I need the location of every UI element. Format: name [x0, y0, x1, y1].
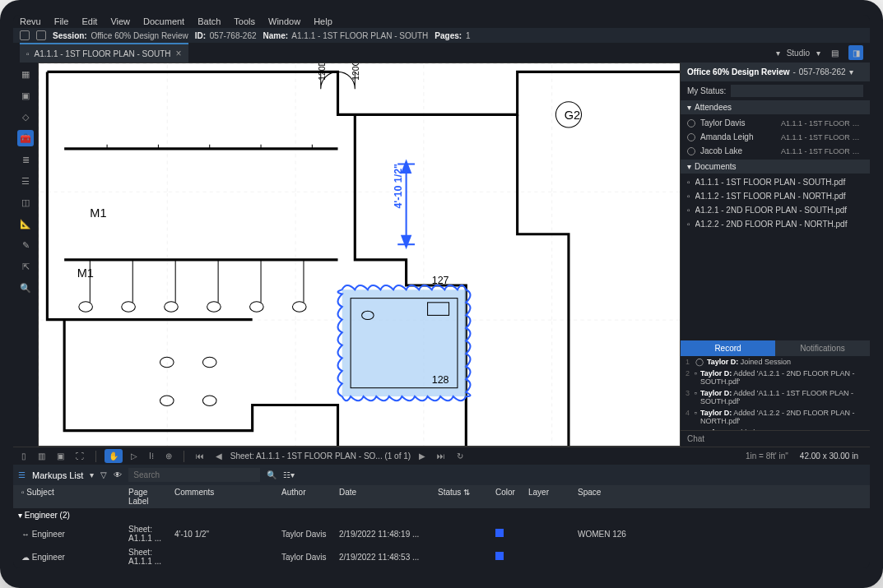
fit-page-icon[interactable]: ⛶ [72, 450, 87, 462]
tool-shapes-icon[interactable]: ◇ [17, 109, 34, 125]
two-page-icon[interactable]: ▣ [53, 450, 67, 462]
col-date[interactable]: Date [336, 488, 435, 506]
list-icon[interactable]: ☰ [18, 470, 26, 479]
chevron-down-icon[interactable]: ▾ [816, 49, 820, 58]
prev-page-icon[interactable]: ◀ [212, 450, 225, 462]
columns-icon[interactable]: ☷▾ [283, 470, 295, 479]
session-icon2 [36, 30, 46, 40]
studio-id: 057-768-262 [799, 67, 846, 76]
dimension-icon: ↔ [21, 530, 30, 539]
visibility-icon[interactable]: 👁 [114, 470, 122, 479]
chevron-down-icon[interactable]: ▾ [776, 49, 780, 58]
room-label-m1a: M1 [90, 206, 106, 220]
tool-properties-icon[interactable]: ☰ [17, 173, 34, 189]
markup-row[interactable]: ☁ Engineer Sheet: A1.1.1 ... Taylor Davi… [13, 545, 870, 568]
tab-record[interactable]: Record [681, 340, 775, 356]
split-view-icon[interactable]: ◨ [848, 45, 863, 60]
menu-document[interactable]: Document [143, 16, 184, 26]
menu-bar: Revu File Edit View Document Batch Tools… [13, 15, 870, 28]
next-page-icon[interactable]: ▶ [416, 450, 429, 462]
tool-measure-icon[interactable]: 📐 [17, 215, 34, 232]
filter-icon[interactable]: ▽ [100, 470, 107, 479]
attendee-item[interactable]: Amanda LeighA1.1.1 - 1ST FLOOR PLAN - SO [681, 130, 870, 144]
col-status[interactable]: Status ⇅ [435, 488, 492, 506]
coordinates-label: 42.00 x 30.00 in [793, 451, 865, 461]
documents-section-header[interactable]: ▾Documents [681, 160, 870, 174]
file-icon: ▫ [687, 192, 690, 201]
tool-signatures-icon[interactable]: ✎ [17, 237, 34, 253]
status-input[interactable] [731, 85, 863, 97]
person-icon [687, 147, 695, 155]
scale-label: 1in = 8ft' in" [746, 451, 788, 461]
col-page[interactable]: Page Label [125, 488, 171, 506]
person-icon: ◯ [695, 358, 704, 366]
tool-bookmarks-icon[interactable]: ◫ [17, 194, 34, 211]
menu-view[interactable]: View [110, 16, 130, 26]
col-layer[interactable]: Layer [525, 488, 574, 506]
document-item[interactable]: ▫A1.2.1 - 2ND FLOOR PLAN - SOUTH.pdf [681, 203, 870, 217]
markup-group[interactable]: ▾ Engineer (2) [13, 508, 870, 522]
attendees-section-header[interactable]: ▾Attendees [681, 100, 870, 114]
continuous-icon[interactable]: ▥ [35, 450, 49, 462]
session-doc-label: Name: [263, 31, 289, 40]
tool-links-icon[interactable]: ⇱ [17, 258, 34, 275]
pan-tool-icon[interactable]: ✋ [105, 449, 123, 463]
chevron-down-icon[interactable]: ▾ [849, 67, 853, 76]
tool-grid-icon[interactable]: ▦ [17, 66, 34, 82]
select-tool-icon[interactable]: ▷ [128, 450, 141, 462]
room-label-g2: G2 [565, 109, 580, 122]
chevron-down-icon[interactable]: ▾ [90, 470, 94, 479]
col-space[interactable]: Space [574, 488, 640, 506]
log-item: 2▫Taylor D: Added 'A1.2.1 - 2ND FLOOR PL… [681, 368, 870, 387]
cloud-markup[interactable] [338, 285, 471, 400]
document-item[interactable]: ▫A1.1.2 - 1ST FLOOR PLAN - NORTH.pdf [681, 189, 870, 203]
attendee-item[interactable]: Taylor DavisA1.1.1 - 1ST FLOOR PLAN - SO [681, 116, 870, 130]
col-color[interactable]: Color [492, 488, 525, 506]
chevron-down-icon: ▾ [687, 103, 691, 112]
menu-window[interactable]: Window [268, 16, 300, 26]
document-item[interactable]: ▫A1.1.1 - 1ST FLOOR PLAN - SOUTH.pdf [681, 175, 870, 189]
menu-tools[interactable]: Tools [234, 16, 255, 26]
single-page-icon[interactable]: ▯ [18, 450, 30, 462]
tab-notifications[interactable]: Notifications [775, 340, 870, 356]
log-item: 4▫Taylor D: Added 'A1.2.2 - 2ND FLOOR PL… [681, 407, 870, 427]
search-input[interactable] [128, 468, 260, 482]
markup-row[interactable]: ↔ Engineer Sheet: A1.1.1 ... 4'-10 1/2" … [13, 522, 870, 545]
room-label-128: 128 [432, 374, 449, 386]
status-row: My Status: [681, 81, 870, 100]
document-tab[interactable]: ▫ A1.1.1 - 1ST FLOOR PLAN - SOUTH × [20, 43, 188, 63]
doc-icon: ▫ [26, 49, 30, 58]
menu-revu[interactable]: Revu [20, 16, 41, 26]
menu-file[interactable]: File [54, 16, 69, 26]
rotate-icon[interactable]: ↻ [453, 450, 467, 462]
col-author[interactable]: Author [278, 488, 336, 506]
tool-toolchest-icon[interactable]: 🧰 [17, 130, 34, 146]
menu-edit[interactable]: Edit [81, 16, 97, 26]
text-select-icon[interactable]: I⁞ [146, 450, 157, 462]
first-page-icon[interactable]: ⏮ [193, 450, 207, 462]
panel-icon[interactable]: ▤ [827, 45, 842, 60]
menu-batch[interactable]: Batch [198, 16, 221, 26]
file-icon: ▫ [695, 409, 697, 425]
attendee-item[interactable]: Jacob LakeA1.1.1 - 1ST FLOOR PLAN - SO [681, 144, 870, 158]
close-icon[interactable]: × [176, 48, 182, 59]
navigation-bar: ▯ ▥ ▣ ⛶ ✋ ▷ I⁞ ⊕ ⏮ ◀ Sheet: A1.1.1 - 1ST… [13, 447, 870, 465]
document-item[interactable]: ▫A1.2.2 - 2ND FLOOR PLAN - NORTH.pdf [681, 217, 870, 231]
col-subject[interactable]: ▫ Subject [18, 488, 125, 506]
tool-layers-icon[interactable]: ≣ [17, 151, 34, 168]
studio-label[interactable]: Studio [787, 49, 810, 58]
menu-help[interactable]: Help [314, 16, 332, 26]
top-right-controls: ▾ Studio ▾ ▤ ◨ [776, 45, 863, 60]
zoom-tool-icon[interactable]: ⊕ [162, 450, 175, 462]
person-icon [687, 133, 695, 141]
last-page-icon[interactable]: ⏭ [434, 450, 448, 462]
session-doc: A1.1.1 - 1ST FLOOR PLAN - SOUTH [291, 31, 428, 40]
session-pages: 1 [466, 31, 471, 40]
drawing-viewport[interactable]: 4'-10 1/2" G2 M1 M1 120D 120C 127 128 [38, 63, 681, 447]
search-icon[interactable]: 🔍 [267, 470, 277, 479]
tool-thumbnails-icon[interactable]: ▣ [17, 87, 34, 104]
col-comments[interactable]: Comments [171, 488, 278, 506]
chat-label[interactable]: Chat [681, 430, 870, 447]
tool-search-icon[interactable]: 🔍 [17, 280, 34, 296]
studio-panel: Office 60% Design Review - 057-768-262 ▾… [681, 63, 870, 447]
